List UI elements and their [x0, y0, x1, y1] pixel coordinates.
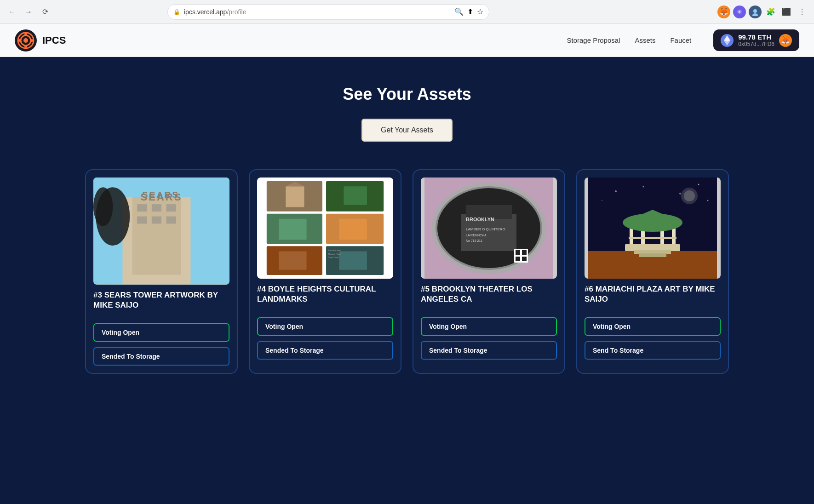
send-storage-btn-4[interactable]: Send To Storage	[585, 341, 721, 360]
svg-rect-74	[639, 253, 666, 257]
logo-image	[15, 29, 37, 52]
svg-text:No 713 211: No 713 211	[466, 239, 482, 242]
svg-rect-19	[166, 204, 176, 212]
wallet-eth-amount: 99.78 ETH	[738, 33, 774, 41]
svg-point-63	[707, 200, 709, 201]
svg-text:Sears Tower: Sears Tower	[328, 256, 339, 258]
sended-storage-btn-2[interactable]: Sended To Storage	[257, 341, 393, 360]
sidebar-icon[interactable]: ⬛	[780, 6, 793, 18]
asset-card-2: Round N. Mike Mariachi Plaza Sears Tower…	[249, 169, 401, 374]
svg-rect-72	[627, 244, 678, 251]
card-title-1: #3 SEARS TOWER ARTWORK BY MIKE SAIJO	[93, 290, 229, 318]
svg-point-10	[30, 39, 33, 42]
share-icon: ⬆	[467, 7, 473, 16]
assets-grid: SEARS #3 SEARS TOWER ARTWORK BY MIKE SAI…	[85, 169, 729, 374]
svg-rect-56	[522, 257, 527, 261]
card-title-4: #6 MARIACHI PLAZA ART BY MIKE SAIJO	[585, 284, 721, 312]
address-bar[interactable]: 🔒 ipcs.vercel.app/profile 🔍 ⬆ ☆	[167, 4, 489, 20]
svg-rect-33	[286, 186, 304, 207]
svg-rect-36	[279, 219, 307, 240]
svg-rect-73	[634, 250, 671, 254]
voting-open-btn-4[interactable]: Voting Open	[585, 317, 721, 336]
svg-point-77	[684, 190, 695, 201]
svg-text:BROOKLYN: BROOKLYN	[466, 217, 494, 222]
svg-rect-54	[522, 250, 527, 255]
browser-extensions: 🦊 ✳ 🧩 ⬛ ⋮	[717, 6, 808, 18]
svg-rect-55	[516, 257, 520, 261]
sended-storage-btn-1[interactable]: Sended To Storage	[93, 347, 229, 366]
svg-point-60	[679, 193, 681, 195]
metamask-extension[interactable]: 🦊	[717, 6, 730, 18]
url-path: /profile	[227, 8, 246, 16]
asset-card-1: SEARS #3 SEARS TOWER ARTWORK BY MIKE SAI…	[85, 169, 238, 374]
wallet-badge[interactable]: 99.78 ETH 0x057d...7FD6 🦊	[713, 29, 799, 51]
svg-point-8	[24, 45, 27, 48]
svg-rect-22	[166, 217, 176, 224]
get-assets-button[interactable]: Get Your Assets	[361, 119, 453, 142]
card-title-2: #4 BOYLE HEIGHTS CULTURAL LANDMARKS	[257, 284, 393, 312]
bookmark-icon: ☆	[477, 7, 483, 16]
page-title: See Your Assets	[18, 85, 796, 104]
wallet-info: 99.78 ETH 0x057d...7FD6	[738, 33, 774, 47]
svg-point-1	[753, 9, 757, 13]
svg-rect-75	[629, 237, 676, 239]
svg-rect-35	[344, 186, 367, 205]
lock-icon: 🔒	[173, 9, 180, 15]
wallet-fox-icon: 🦊	[779, 34, 792, 47]
svg-rect-18	[152, 204, 161, 212]
svg-rect-39	[339, 251, 367, 269]
nav-faucet[interactable]: Faucet	[670, 36, 691, 44]
svg-text:SEARS: SEARS	[142, 190, 179, 200]
asset-card-4: #6 MARIACHI PLAZA ART BY MIKE SAIJO Voti…	[576, 169, 729, 374]
app-nav: Storage Proposal Assets Faucet 99.78 ETH…	[567, 29, 800, 51]
svg-text:LA REUNCHA: LA REUNCHA	[466, 234, 487, 237]
svg-point-58	[615, 190, 617, 192]
snowflake-extension[interactable]: ✳	[733, 6, 746, 18]
url-text: ipcs.vercel.app/profile	[184, 8, 451, 16]
svg-point-62	[602, 200, 602, 201]
main-content: See Your Assets Get Your Assets	[0, 57, 814, 504]
browser-chrome: ← → ⟳ 🔒 ipcs.vercel.app/profile 🔍 ⬆ ☆ 🦊 …	[0, 0, 814, 24]
svg-point-7	[24, 33, 27, 36]
svg-text:Round N. Mike: Round N. Mike	[328, 249, 341, 252]
wallet-address: 0x057d...7FD6	[738, 41, 774, 47]
card-image-brooklyn: BROOKLYN LAMBER O QUINTERO LA REUNCHA No…	[421, 178, 557, 279]
svg-text:LAMBER O QUINTERO: LAMBER O QUINTERO	[466, 227, 505, 231]
app-title: IPCS	[42, 34, 66, 46]
search-icon: 🔍	[454, 7, 464, 16]
svg-point-6	[23, 38, 28, 43]
app-logo: IPCS	[15, 29, 66, 52]
svg-point-25	[93, 187, 113, 226]
svg-point-59	[643, 186, 644, 188]
forward-button[interactable]: →	[22, 6, 35, 18]
reload-button[interactable]: ⟳	[39, 6, 52, 18]
voting-open-btn-3[interactable]: Voting Open	[421, 317, 557, 336]
eth-icon	[721, 34, 734, 47]
svg-text:Mariachi Plaza: Mariachi Plaza	[328, 253, 341, 255]
voting-open-btn-1[interactable]: Voting Open	[93, 323, 229, 342]
card-image-boyle: Round N. Mike Mariachi Plaza Sears Tower	[257, 178, 393, 279]
svg-rect-17	[137, 204, 147, 212]
svg-point-9	[18, 39, 21, 42]
voting-open-btn-2[interactable]: Voting Open	[257, 317, 393, 336]
svg-rect-20	[137, 217, 147, 224]
sended-storage-btn-3[interactable]: Sended To Storage	[421, 341, 557, 360]
svg-point-61	[698, 184, 699, 185]
app-header: IPCS Storage Proposal Assets Faucet 99.7…	[0, 24, 814, 57]
svg-rect-21	[152, 217, 161, 224]
avatar-extension[interactable]	[749, 6, 762, 18]
puzzle-extension[interactable]: 🧩	[764, 6, 777, 18]
svg-rect-53	[516, 250, 520, 255]
nav-assets[interactable]: Assets	[635, 36, 655, 44]
back-button[interactable]: ←	[6, 6, 18, 18]
svg-rect-37	[339, 219, 367, 240]
more-options-button[interactable]: ⋮	[796, 6, 808, 18]
card-image-sears: SEARS	[93, 178, 229, 285]
url-domain: ipcs.vercel.app	[184, 8, 227, 16]
card-title-3: #5 BROOKLYN THEATER LOS ANGELES CA	[421, 284, 557, 312]
card-image-mariachi	[585, 178, 721, 279]
svg-rect-38	[279, 251, 307, 269]
asset-card-3: BROOKLYN LAMBER O QUINTERO LA REUNCHA No…	[413, 169, 565, 374]
nav-storage-proposal[interactable]: Storage Proposal	[567, 36, 620, 44]
